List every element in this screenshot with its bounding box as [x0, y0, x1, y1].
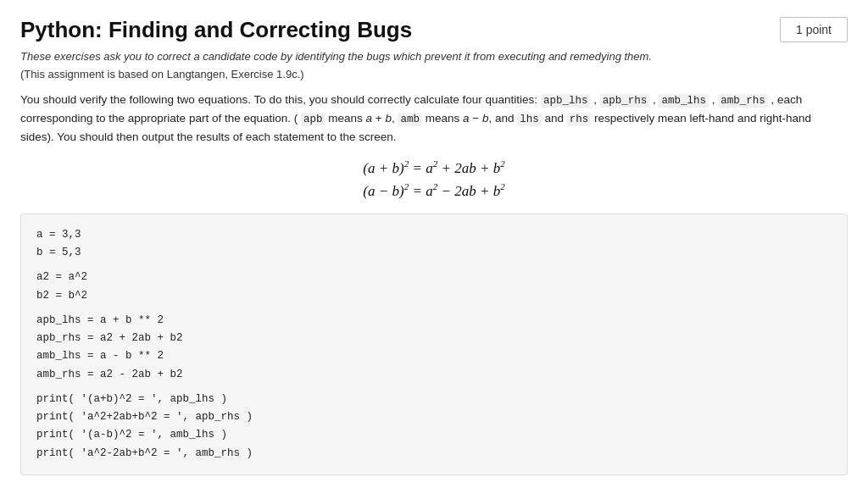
var-apb-rhs: apb_rhs — [600, 94, 650, 108]
code-line: a = 3,3 — [36, 226, 832, 244]
code-line: b = 5,3 — [36, 244, 832, 262]
code-line: print( '(a+b)^2 = ', apb_lhs ) — [36, 391, 832, 408]
var-rhs: rhs — [567, 113, 592, 126]
var-amb: amb — [398, 113, 422, 126]
and1-text: and — [544, 112, 564, 125]
equation-2: (a − b)2 = a2 − 2ab + b2 — [20, 181, 848, 200]
code-line: print( 'a^2+2ab+b^2 = ', apb_rhs ) — [36, 408, 832, 426]
code-line: apb_rhs = a2 + 2ab + b2 — [36, 330, 832, 347]
equations-block: (a + b)2 = a2 + 2ab + b2 (a − b)2 = a2 −… — [20, 158, 848, 200]
var-apb-lhs: apb_lhs — [541, 94, 591, 108]
page-title: Python: Finding and Correcting Bugs — [20, 17, 412, 43]
code-line: print( '(a-b)^2 = ', amb_lhs ) — [36, 426, 832, 444]
points-badge: 1 point — [780, 17, 848, 42]
subtitle: These exercises ask you to correct a can… — [20, 50, 848, 63]
code-line: b2 = b^2 — [36, 287, 832, 305]
code-line: print( 'a^2-2ab+b^2 = ', amb_rhs ) — [36, 445, 832, 463]
code-line: amb_rhs = a2 - 2ab + b2 — [36, 366, 832, 384]
code-line: amb_lhs = a - b ** 2 — [36, 347, 832, 365]
equation-1: (a + b)2 = a2 + 2ab + b2 — [20, 158, 848, 177]
var-amb-lhs: amb_lhs — [659, 94, 709, 108]
var-amb-rhs: amb_rhs — [718, 94, 768, 108]
code-line: apb_lhs = a + b ** 2 — [36, 312, 832, 330]
code-line: a2 = a^2 — [36, 269, 832, 286]
var-lhs: lhs — [517, 113, 542, 126]
description: You should verify the following two equa… — [20, 91, 848, 147]
code-block: a = 3,3 b = 5,3 a2 = a^2 b2 = b^2 apb_lh… — [20, 214, 848, 475]
var-apb: apb — [301, 113, 326, 126]
assignment-note: (This assignment is based on Langtangen,… — [20, 68, 848, 80]
